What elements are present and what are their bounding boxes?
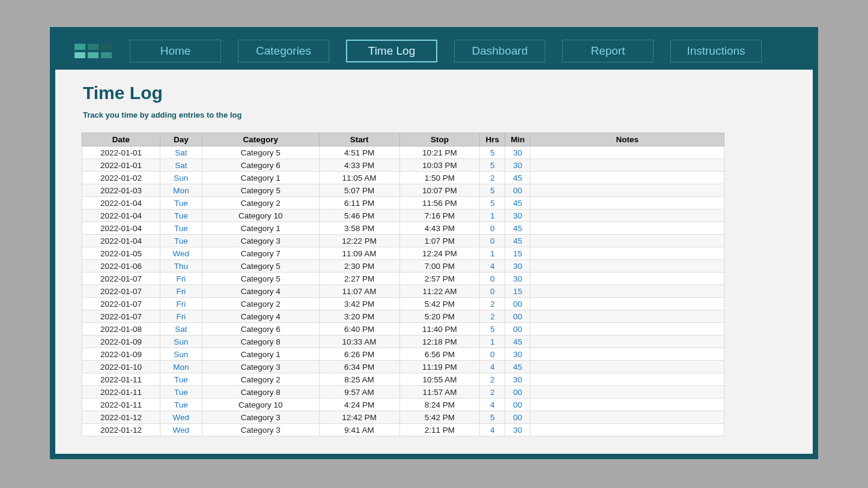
col-header-notes[interactable]: Notes <box>530 133 724 146</box>
cell-notes[interactable] <box>530 197 724 209</box>
cell-hrs[interactable]: 0 <box>480 273 505 285</box>
cell-hrs[interactable]: 4 <box>480 424 505 436</box>
cell-start[interactable]: 6:11 PM <box>319 197 399 209</box>
cell-date[interactable]: 2022-01-01 <box>82 146 160 159</box>
cell-stop[interactable]: 2:57 PM <box>399 273 480 285</box>
cell-stop[interactable]: 10:21 PM <box>399 146 480 159</box>
cell-start[interactable]: 12:42 PM <box>319 411 399 424</box>
cell-start[interactable]: 8:25 AM <box>319 373 399 386</box>
cell-notes[interactable] <box>530 273 724 285</box>
cell-min[interactable]: 45 <box>505 222 530 235</box>
cell-stop[interactable]: 10:03 PM <box>399 159 480 172</box>
cell-notes[interactable] <box>530 235 724 247</box>
cell-start[interactable]: 6:40 PM <box>319 323 399 336</box>
cell-min[interactable]: 30 <box>505 273 530 285</box>
cell-date[interactable]: 2022-01-01 <box>82 159 160 172</box>
cell-day[interactable]: Thu <box>160 260 202 273</box>
cell-min[interactable]: 15 <box>505 285 530 298</box>
cell-hrs[interactable]: 0 <box>480 235 505 247</box>
cell-category[interactable]: Category 3 <box>202 411 319 424</box>
cell-stop[interactable]: 11:56 PM <box>399 197 480 209</box>
cell-date[interactable]: 2022-01-07 <box>82 298 160 310</box>
cell-category[interactable]: Category 2 <box>202 298 319 310</box>
cell-category[interactable]: Category 2 <box>202 197 319 209</box>
cell-hrs[interactable]: 4 <box>480 260 505 273</box>
cell-notes[interactable] <box>530 184 724 197</box>
nav-tab-time-log[interactable]: Time Log <box>346 40 437 62</box>
cell-day[interactable]: Sat <box>160 323 202 336</box>
cell-category[interactable]: Category 10 <box>202 399 319 411</box>
cell-min[interactable]: 45 <box>505 336 530 348</box>
cell-category[interactable]: Category 5 <box>202 184 319 197</box>
cell-date[interactable]: 2022-01-04 <box>82 197 160 209</box>
cell-category[interactable]: Category 3 <box>202 235 319 247</box>
cell-start[interactable]: 4:51 PM <box>319 146 399 159</box>
table-row[interactable]: 2022-01-04TueCategory 26:11 PM11:56 PM54… <box>82 197 724 209</box>
cell-start[interactable]: 3:20 PM <box>319 310 399 323</box>
cell-date[interactable]: 2022-01-08 <box>82 323 160 336</box>
cell-day[interactable]: Fri <box>160 273 202 285</box>
cell-category[interactable]: Category 1 <box>202 348 319 361</box>
cell-category[interactable]: Category 10 <box>202 209 319 222</box>
cell-day[interactable]: Sun <box>160 336 202 348</box>
cell-start[interactable]: 3:42 PM <box>319 298 399 310</box>
cell-date[interactable]: 2022-01-11 <box>82 386 160 399</box>
cell-min[interactable]: 45 <box>505 172 530 184</box>
cell-category[interactable]: Category 5 <box>202 260 319 273</box>
cell-hrs[interactable]: 1 <box>480 336 505 348</box>
cell-stop[interactable]: 11:22 AM <box>399 285 480 298</box>
nav-tab-instructions[interactable]: Instructions <box>670 40 762 62</box>
cell-hrs[interactable]: 1 <box>480 247 505 260</box>
cell-hrs[interactable]: 0 <box>480 285 505 298</box>
cell-min[interactable]: 30 <box>505 146 530 159</box>
cell-category[interactable]: Category 6 <box>202 159 319 172</box>
cell-start[interactable]: 5:07 PM <box>319 184 399 197</box>
cell-stop[interactable]: 10:55 AM <box>399 373 480 386</box>
cell-stop[interactable]: 6:56 PM <box>399 348 480 361</box>
cell-category[interactable]: Category 3 <box>202 361 319 373</box>
cell-stop[interactable]: 7:16 PM <box>399 209 480 222</box>
cell-notes[interactable] <box>530 373 724 386</box>
cell-stop[interactable]: 12:18 PM <box>399 336 480 348</box>
cell-start[interactable]: 11:07 AM <box>319 285 399 298</box>
cell-day[interactable]: Tue <box>160 373 202 386</box>
cell-min[interactable]: 30 <box>505 159 530 172</box>
cell-min[interactable]: 45 <box>505 361 530 373</box>
cell-category[interactable]: Category 4 <box>202 310 319 323</box>
table-row[interactable]: 2022-01-07FriCategory 52:27 PM2:57 PM030 <box>82 273 724 285</box>
table-row[interactable]: 2022-01-12WedCategory 39:41 AM2:11 PM430 <box>82 424 724 436</box>
cell-hrs[interactable]: 5 <box>480 184 505 197</box>
cell-date[interactable]: 2022-01-12 <box>82 411 160 424</box>
cell-date[interactable]: 2022-01-09 <box>82 348 160 361</box>
cell-start[interactable]: 3:58 PM <box>319 222 399 235</box>
table-row[interactable]: 2022-01-10MonCategory 36:34 PM11:19 PM44… <box>82 361 724 373</box>
cell-day[interactable]: Sat <box>160 146 202 159</box>
cell-start[interactable]: 6:26 PM <box>319 348 399 361</box>
cell-hrs[interactable]: 2 <box>480 298 505 310</box>
cell-stop[interactable]: 12:24 PM <box>399 247 480 260</box>
cell-date[interactable]: 2022-01-04 <box>82 209 160 222</box>
cell-notes[interactable] <box>530 361 724 373</box>
cell-start[interactable]: 4:24 PM <box>319 399 399 411</box>
cell-min[interactable]: 00 <box>505 323 530 336</box>
cell-day[interactable]: Wed <box>160 424 202 436</box>
cell-hrs[interactable]: 1 <box>480 209 505 222</box>
table-row[interactable]: 2022-01-03MonCategory 55:07 PM10:07 PM50… <box>82 184 724 197</box>
table-row[interactable]: 2022-01-01SatCategory 54:51 PM10:21 PM53… <box>82 146 724 159</box>
cell-date[interactable]: 2022-01-09 <box>82 336 160 348</box>
cell-notes[interactable] <box>530 399 724 411</box>
col-header-category[interactable]: Category <box>202 133 319 146</box>
table-row[interactable]: 2022-01-01SatCategory 64:33 PM10:03 PM53… <box>82 159 724 172</box>
cell-category[interactable]: Category 5 <box>202 273 319 285</box>
cell-min[interactable]: 45 <box>505 197 530 209</box>
cell-date[interactable]: 2022-01-12 <box>82 424 160 436</box>
table-row[interactable]: 2022-01-06ThuCategory 52:30 PM7:00 PM430 <box>82 260 724 273</box>
table-row[interactable]: 2022-01-11TueCategory 28:25 AM10:55 AM23… <box>82 373 724 386</box>
cell-date[interactable]: 2022-01-07 <box>82 310 160 323</box>
cell-stop[interactable]: 5:42 PM <box>399 298 480 310</box>
cell-category[interactable]: Category 6 <box>202 323 319 336</box>
cell-category[interactable]: Category 1 <box>202 222 319 235</box>
cell-start[interactable]: 4:33 PM <box>319 159 399 172</box>
cell-notes[interactable] <box>530 222 724 235</box>
cell-date[interactable]: 2022-01-05 <box>82 247 160 260</box>
